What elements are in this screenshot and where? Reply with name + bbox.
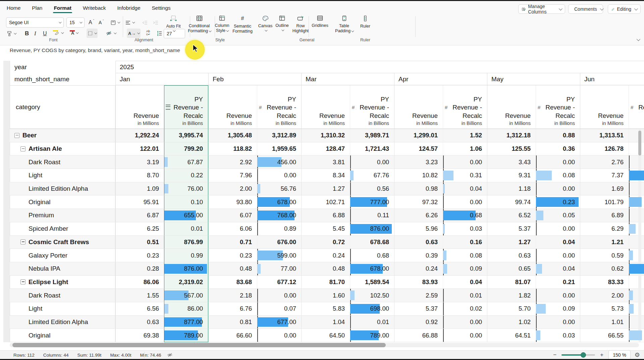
row-label-light[interactable]: Light bbox=[10, 302, 115, 316]
cell-revenue-mar[interactable]: 1.60 bbox=[301, 289, 350, 302]
cell-revenue-apr[interactable]: 3.23 bbox=[394, 155, 443, 169]
cell-revenue-may[interactable]: 3.43 bbox=[487, 155, 536, 169]
cell-revenue-mar[interactable]: 8.34 bbox=[301, 169, 350, 182]
cell-revenue-may[interactable]: 99.74 bbox=[487, 195, 536, 209]
cell-revenue-jun[interactable]: 0.59 bbox=[580, 249, 629, 262]
cell-revenue-may[interactable]: 6.52 bbox=[487, 209, 536, 222]
cell-revenue-jan[interactable]: 0.23 bbox=[115, 249, 164, 262]
cell-py-revenue-apr[interactable]: 0.00 bbox=[443, 195, 487, 209]
cell-py-revenue-jun[interactable] bbox=[629, 316, 644, 329]
cell-py-revenue-apr[interactable]: 0.31 bbox=[443, 169, 487, 182]
cell-py-revenue-mar[interactable]: 698.00 bbox=[350, 302, 394, 316]
column-header-py-revenue-mar[interactable]: #PY Revenue - Recalcin Billions bbox=[350, 85, 394, 129]
cell-revenue-jan[interactable]: 86.06 bbox=[115, 276, 164, 289]
cell-py-revenue-may[interactable]: 0.88 bbox=[536, 129, 580, 142]
cell-py-revenue-feb[interactable]: 0.00 bbox=[257, 169, 301, 182]
cell-revenue-may[interactable]: 5.37 bbox=[487, 222, 536, 236]
cell-py-revenue-jan[interactable]: 567.00 bbox=[164, 289, 208, 302]
cell-py-revenue-may[interactable]: 0.00 bbox=[536, 182, 580, 196]
column-header-py-revenue-jun[interactable]: #PY Revenue - Recalcin Billions bbox=[629, 85, 644, 129]
cell-revenue-jun[interactable]: 1.01 bbox=[580, 316, 629, 329]
cell-revenue-mar[interactable]: 1.27 bbox=[301, 182, 350, 196]
cell-revenue-apr[interactable]: 0.63 bbox=[394, 236, 443, 249]
cell-revenue-apr[interactable]: 0.98 bbox=[394, 182, 443, 196]
cell-py-revenue-mar[interactable]: 678.68 bbox=[350, 236, 394, 249]
cell-revenue-jan[interactable]: 1,292.24 bbox=[115, 129, 164, 142]
cell-py-revenue-jan[interactable]: 655.00 bbox=[164, 209, 208, 222]
format-painter-button[interactable] bbox=[5, 29, 17, 38]
cell-py-revenue-jan[interactable]: 876.00 bbox=[164, 262, 208, 276]
cell-py-revenue-feb[interactable]: 77.00 bbox=[257, 262, 301, 276]
cell-py-revenue-jan[interactable]: 799.20 bbox=[164, 142, 208, 156]
row-label-light[interactable]: Light bbox=[10, 169, 115, 182]
cell-py-revenue-jan[interactable]: 3,995.74 bbox=[164, 129, 208, 142]
cell-revenue-jan[interactable]: 6.56 bbox=[115, 302, 164, 316]
cell-revenue-apr[interactable]: 10.82 bbox=[394, 169, 443, 182]
cell-revenue-apr[interactable]: 1,299.01 bbox=[394, 129, 443, 142]
cell-revenue-feb[interactable]: 83.68 bbox=[208, 276, 257, 289]
zoom-in-button[interactable]: + bbox=[599, 352, 604, 358]
month-header-apr[interactable]: Apr bbox=[394, 73, 487, 85]
cell-py-revenue-apr[interactable]: 0.08 bbox=[443, 249, 487, 262]
cell-revenue-mar[interactable]: 64.50 bbox=[301, 329, 350, 342]
cell-revenue-feb[interactable]: 0.81 bbox=[208, 316, 257, 329]
cell-revenue-mar[interactable]: 102.71 bbox=[301, 195, 350, 209]
cell-revenue-may[interactable]: 1.18 bbox=[487, 182, 536, 196]
cell-revenue-feb[interactable]: 6.06 bbox=[208, 222, 257, 236]
cell-revenue-jun[interactable]: 7.37 bbox=[580, 169, 629, 182]
cell-revenue-mar[interactable]: 5.83 bbox=[301, 302, 350, 316]
horizontal-align-button[interactable] bbox=[124, 18, 136, 27]
month-header-mar[interactable]: Mar bbox=[301, 73, 394, 85]
column-header-revenue-apr[interactable]: Revenuein Millions bbox=[394, 85, 443, 129]
cell-py-revenue-may[interactable]: 0.04 bbox=[536, 236, 580, 249]
menu-tab-home[interactable]: Home bbox=[6, 4, 21, 12]
bold-button[interactable]: B bbox=[23, 29, 30, 38]
cell-revenue-feb[interactable]: 0.71 bbox=[208, 236, 257, 249]
decrease-indent-button[interactable] bbox=[141, 18, 149, 27]
cell-revenue-jun[interactable]: 126.78 bbox=[580, 142, 629, 156]
cell-revenue-mar[interactable]: 0.24 bbox=[301, 249, 350, 262]
column-header-revenue-may[interactable]: Revenuein Millions bbox=[487, 85, 536, 129]
row-label-limited-edition-alpha[interactable]: Limited Edition Alpha bbox=[10, 182, 115, 196]
cell-py-revenue-may[interactable]: 0.08 bbox=[536, 169, 580, 182]
cell-py-revenue-may[interactable]: 0.00 bbox=[536, 289, 580, 302]
settings-gear-icon[interactable]: ⚙ bbox=[635, 351, 640, 359]
column-header-revenue-jun[interactable]: Revenuein Millions bbox=[580, 85, 629, 129]
cell-py-revenue-may[interactable]: 0.36 bbox=[536, 142, 580, 156]
cell-py-revenue-mar[interactable]: 0.01 bbox=[350, 316, 394, 329]
cell-py-revenue-jun[interactable] bbox=[629, 262, 644, 276]
zoom-slider[interactable] bbox=[561, 354, 595, 356]
text-direction-button[interactable]: A→ bbox=[127, 29, 141, 38]
cell-revenue-mar[interactable]: 3.81 bbox=[301, 155, 350, 169]
grow-font-button[interactable]: Aˆ bbox=[87, 18, 96, 27]
cell-py-revenue-apr[interactable]: 0.04 bbox=[443, 276, 487, 289]
cell-py-revenue-jun[interactable] bbox=[629, 155, 644, 169]
cell-revenue-feb[interactable]: 2.18 bbox=[208, 289, 257, 302]
cell-revenue-feb[interactable]: 0.23 bbox=[208, 249, 257, 262]
cell-revenue-may[interactable]: 0.65 bbox=[487, 262, 536, 276]
cell-py-revenue-feb[interactable]: 677.12 bbox=[257, 276, 301, 289]
cell-py-revenue-jun[interactable] bbox=[629, 249, 644, 262]
ribbon-button-auto-fit[interactable]: Auto Fit bbox=[161, 15, 186, 32]
cell-py-revenue-jun[interactable] bbox=[629, 289, 644, 302]
cell-revenue-feb[interactable]: 1,305.48 bbox=[208, 129, 257, 142]
cell-py-revenue-feb[interactable]: 677.00 bbox=[257, 316, 301, 329]
cell-revenue-jan[interactable]: 122.01 bbox=[115, 142, 164, 156]
cell-revenue-jun[interactable]: 83.33 bbox=[580, 276, 629, 289]
cell-py-revenue-jan[interactable]: 877.00 bbox=[164, 316, 208, 329]
cell-py-revenue-feb[interactable]: 599.00 bbox=[257, 249, 301, 262]
row-label-original[interactable]: Original bbox=[10, 329, 115, 342]
cell-py-revenue-jun[interactable] bbox=[629, 129, 644, 142]
cell-revenue-jun[interactable]: 1,313.51 bbox=[580, 129, 629, 142]
cell-revenue-mar[interactable]: 81.70 bbox=[301, 276, 350, 289]
year-value-header[interactable]: 2025 bbox=[115, 61, 644, 73]
menu-tab-infobridge[interactable]: Infobridge bbox=[117, 4, 141, 12]
cell-revenue-mar[interactable]: 1.04 bbox=[301, 316, 350, 329]
cell-py-revenue-apr[interactable]: 1.06 bbox=[443, 142, 487, 156]
month-header-jun[interactable]: Jun bbox=[580, 73, 644, 85]
cell-py-revenue-apr[interactable]: 0.16 bbox=[443, 236, 487, 249]
font-size-select[interactable]: 15 bbox=[66, 17, 85, 28]
cell-py-revenue-apr[interactable]: 0.68 bbox=[443, 209, 487, 222]
cell-revenue-may[interactable]: 81.07 bbox=[487, 276, 536, 289]
cell-revenue-may[interactable]: 1.02 bbox=[487, 316, 536, 329]
